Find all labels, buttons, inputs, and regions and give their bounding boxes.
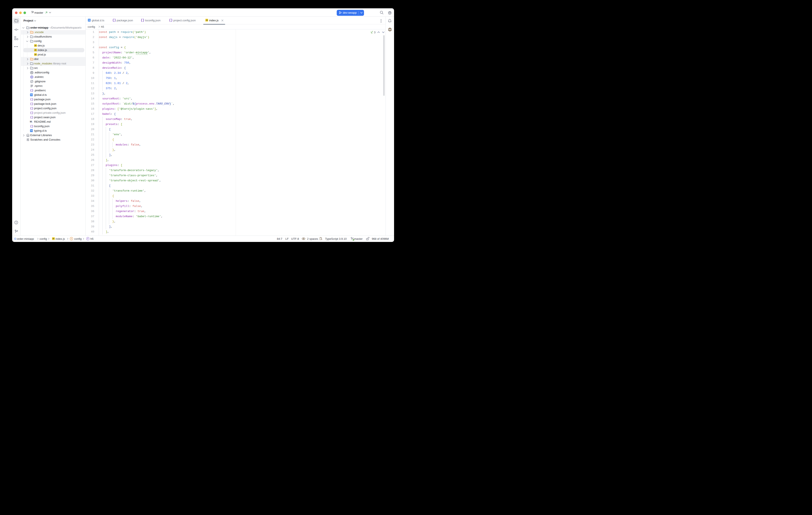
svg-text:P: P	[87, 238, 89, 240]
svg-text:V: V	[71, 238, 72, 240]
svg-text:X: X	[389, 28, 391, 31]
